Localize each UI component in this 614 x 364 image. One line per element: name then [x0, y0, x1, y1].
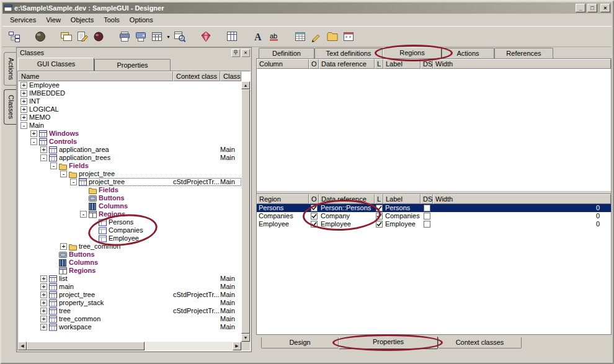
font-icon[interactable]: A: [250, 29, 266, 44]
column-header-width[interactable]: Width: [433, 194, 611, 204]
tree-item-application-area[interactable]: +application_areaMain: [18, 146, 241, 154]
expand-icon[interactable]: +: [40, 275, 47, 282]
expand-icon[interactable]: +: [40, 316, 47, 322]
gem-icon[interactable]: [198, 29, 214, 44]
tree-item-project-tree[interactable]: +project_treecStdProjectTr...Main: [18, 291, 241, 299]
classes-panel-header[interactable]: Classes ×: [17, 48, 251, 58]
tab-design[interactable]: Design: [261, 337, 339, 348]
expand-icon[interactable]: +: [60, 243, 67, 250]
object-checkbox[interactable]: [309, 204, 319, 212]
tree-item-imbedded[interactable]: +IMBEDDED: [18, 89, 241, 97]
index-cards-icon[interactable]: [58, 29, 74, 44]
tree-item-project-tree[interactable]: -project_tree: [18, 170, 241, 178]
tree-item-main[interactable]: -Main: [18, 122, 241, 130]
table-icon[interactable]: [292, 29, 308, 44]
pin-icon[interactable]: [231, 49, 240, 57]
tree-column-name[interactable]: Name: [18, 71, 173, 81]
menu-tools[interactable]: Tools: [99, 15, 125, 25]
collapse-icon[interactable]: -: [20, 122, 27, 129]
title-bar[interactable]: e:\Sample\Sample.dev : SampleGUI - Desig…: [2, 2, 612, 14]
expand-icon[interactable]: +: [40, 283, 47, 290]
tree-item-controls[interactable]: -Controls: [18, 138, 241, 146]
menu-services[interactable]: Services: [5, 15, 41, 25]
tree-item-property-stack[interactable]: +property_stackMain: [18, 299, 241, 307]
folder-icon[interactable]: [324, 29, 340, 44]
tab-actions[interactable]: Actions: [442, 48, 494, 58]
tree-item-buttons[interactable]: Buttons: [18, 194, 241, 202]
column-header-data-reference[interactable]: Data reference: [319, 59, 375, 69]
tree-item-tree[interactable]: +treecStdProjectTr...Main: [18, 307, 241, 315]
tree-item-main[interactable]: +mainMain: [18, 283, 241, 291]
region-row-persons[interactable]: PersonsPerson::PersonsPersons0: [257, 204, 611, 212]
dropdown-arrow-icon[interactable]: ▼: [165, 35, 172, 39]
column-header-label[interactable]: Label: [383, 194, 420, 204]
tree-item-memo[interactable]: +MEMO: [18, 113, 241, 122]
tree-item-fields[interactable]: -Fields: [18, 162, 241, 170]
calendar-icon[interactable]: [340, 29, 357, 44]
minimize-button[interactable]: _: [576, 4, 585, 12]
tab-definition[interactable]: Definition: [259, 48, 314, 58]
object-checkbox[interactable]: [309, 220, 319, 228]
tree-vertical-scrollbar[interactable]: ▲ ▼: [241, 81, 250, 342]
columns-grid-icon[interactable]: [224, 29, 240, 44]
class-tree[interactable]: +Employee+IMBEDDED+INT+LOGICAL+MEMO-Main…: [18, 81, 241, 342]
class-hierarchy-icon[interactable]: [6, 29, 22, 44]
tree-column-context-class[interactable]: Context class: [173, 71, 220, 81]
expand-icon[interactable]: +: [40, 308, 47, 314]
scroll-left-icon[interactable]: ◀: [18, 342, 27, 350]
collapse-icon[interactable]: -: [50, 162, 57, 169]
expand-icon[interactable]: +: [40, 291, 47, 298]
ds-checkbox[interactable]: [420, 204, 433, 212]
region-row-companies[interactable]: CompaniesCompanyCompanies0: [257, 212, 611, 220]
table-picker-icon[interactable]: [149, 29, 165, 44]
tree-item-int[interactable]: +INT: [18, 97, 241, 105]
tree-item-workspace[interactable]: +workspaceMain: [18, 323, 241, 331]
tree-item-logical[interactable]: +LOGICAL: [18, 105, 241, 113]
panel-splitter[interactable]: [252, 47, 256, 362]
label-checkbox[interactable]: [375, 220, 383, 228]
maximize-button[interactable]: □: [587, 4, 597, 12]
tree-item-columns[interactable]: Columns: [18, 202, 241, 210]
tree-item-columns[interactable]: Columns: [18, 259, 241, 267]
expand-icon[interactable]: +: [20, 114, 27, 121]
tree-horizontal-scrollbar[interactable]: ◀ ▶: [18, 342, 241, 350]
ds-checkbox[interactable]: [420, 220, 433, 228]
tab-gui-classes[interactable]: GUI Classes: [18, 58, 94, 71]
scroll-up-icon[interactable]: ▲: [241, 81, 250, 89]
region-row-employee[interactable]: EmployeeEmployeeEmployee0: [257, 220, 611, 228]
printer-icon[interactable]: [117, 29, 133, 44]
tree-item-employee[interactable]: Employee: [18, 234, 241, 242]
column-header-l[interactable]: L: [375, 59, 383, 69]
horizontal-scroll-thumb[interactable]: [27, 342, 145, 350]
label-icon[interactable]: ab: [266, 29, 282, 44]
tree-column-class[interactable]: Class: [220, 71, 241, 81]
record-sphere-icon[interactable]: [91, 29, 107, 44]
tab-text-definitions[interactable]: Text definitions: [314, 48, 383, 58]
column-header-label[interactable]: Label: [383, 59, 420, 69]
panel-close-button[interactable]: ×: [241, 49, 250, 57]
tree-item-tree-common[interactable]: +tree_commonMain: [18, 315, 241, 323]
collapse-icon[interactable]: -: [30, 138, 37, 145]
menu-view[interactable]: View: [41, 15, 66, 25]
expand-icon[interactable]: +: [30, 130, 37, 137]
column-header-ds[interactable]: DS: [420, 194, 433, 204]
label-checkbox[interactable]: [375, 212, 383, 220]
column-table-body[interactable]: [257, 69, 611, 190]
tab-references[interactable]: References: [494, 48, 553, 58]
tree-item-tree-common[interactable]: +tree_common: [18, 242, 241, 251]
expand-icon[interactable]: +: [20, 82, 27, 89]
edit-note-icon[interactable]: [74, 29, 91, 44]
tree-item-persons[interactable]: Persons: [18, 218, 241, 226]
menu-options[interactable]: Options: [125, 15, 158, 25]
tree-item-windows[interactable]: +Windows: [18, 130, 241, 138]
collapse-icon[interactable]: -: [80, 211, 87, 218]
tree-item-employee[interactable]: +Employee: [18, 81, 241, 89]
collapse-icon[interactable]: -: [40, 154, 47, 161]
tree-item-project-tree[interactable]: -project_treecStdProjectTr...Main: [18, 178, 241, 186]
tree-item-companies[interactable]: Companies: [18, 226, 241, 234]
tree-item-list[interactable]: +listMain: [18, 275, 241, 283]
report-icon[interactable]: [133, 29, 149, 44]
ds-checkbox[interactable]: [420, 212, 433, 220]
column-header-l[interactable]: L: [375, 194, 383, 204]
object-sphere-icon[interactable]: [32, 29, 48, 44]
